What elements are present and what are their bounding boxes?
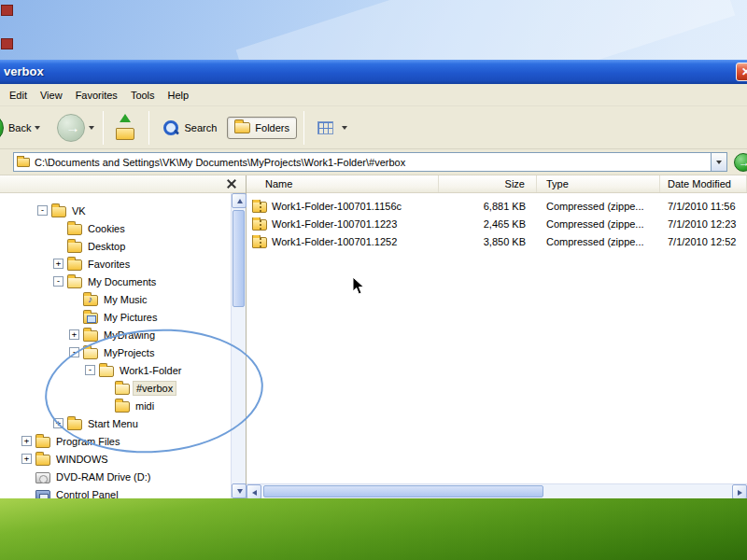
address-path: C:\Documents and Settings\VK\My Document… — [35, 157, 711, 168]
tree-item-my-pictures[interactable]: My Pictures — [0, 308, 231, 326]
views-button[interactable] — [311, 117, 358, 139]
desktop-icon[interactable] — [1, 5, 13, 16]
column-headers: NameSizeTypeDate Modified — [247, 175, 747, 193]
scroll-left-icon[interactable] — [247, 484, 261, 498]
folder-open-icon — [83, 348, 98, 359]
files-horizontal-scrollbar[interactable] — [247, 483, 747, 498]
file-name-cell: Work1-Folder-100701.1156c — [247, 200, 439, 213]
zip-file-icon — [252, 237, 267, 248]
expand-plus-icon[interactable]: + — [53, 418, 63, 428]
tree-item-work1-folder[interactable]: -Work1-Folder — [0, 361, 231, 379]
chevron-down-icon — [716, 161, 722, 164]
tree-item-control-panel[interactable]: Control Panel — [0, 485, 231, 498]
column-header-name[interactable]: Name — [247, 175, 439, 192]
folders-icon — [234, 122, 250, 133]
tree-item-label: MyProjects — [101, 346, 157, 359]
back-button[interactable]: Back — [8, 122, 31, 133]
close-pane-icon[interactable] — [227, 179, 236, 189]
menu-item-favorites[interactable]: Favorites — [69, 86, 124, 105]
back-icon[interactable] — [0, 114, 4, 142]
tree-item-midi[interactable]: midi — [0, 397, 231, 414]
toolbar-separator — [148, 111, 149, 145]
toolbar: Back Search Folders — [0, 106, 747, 149]
tree-item-verbox[interactable]: #verbox — [0, 379, 231, 397]
expand-plus-icon[interactable]: + — [21, 454, 32, 464]
tree-item-favorites[interactable]: +Favorites — [0, 255, 231, 273]
title-bar[interactable]: verbox ✕ — [0, 60, 747, 84]
expand-plus-icon[interactable]: + — [53, 259, 63, 269]
tree-item-label: VK — [69, 204, 89, 217]
views-dropdown-icon — [342, 126, 347, 130]
collapse-minus-icon[interactable]: - — [53, 276, 63, 287]
file-row[interactable]: Work1-Folder-100701.12232,465 KBCompress… — [247, 215, 747, 232]
up-button[interactable] — [110, 112, 142, 144]
tree-item-label: DVD-RAM Drive (D:) — [53, 470, 153, 483]
explorer-window: verbox ✕ EditViewFavoritesToolsHelp Back… — [0, 60, 747, 498]
scroll-down-icon[interactable] — [232, 483, 247, 498]
collapse-minus-icon[interactable]: - — [85, 365, 95, 375]
file-row[interactable]: Work1-Folder-100701.1156c6,881 KBCompres… — [247, 197, 747, 215]
column-header-size[interactable]: Size — [439, 175, 537, 192]
tree-item-dvd-ram-drive-d[interactable]: DVD-RAM Drive (D:) — [0, 468, 231, 485]
tree-item-program-files[interactable]: +Program Files — [0, 432, 231, 450]
folders-button[interactable]: Folders — [227, 117, 297, 139]
tree-item-cookies[interactable]: Cookies — [0, 219, 231, 237]
folder-icon — [67, 242, 82, 253]
tree-item-label: Work1-Folder — [117, 364, 184, 377]
menu-item-help[interactable]: Help — [162, 86, 196, 105]
tree-item-myprojects[interactable]: -MyProjects — [0, 343, 231, 361]
tree-item-label: Favorites — [85, 258, 133, 271]
tree-item-label: midi — [133, 399, 157, 413]
expand-plus-icon[interactable]: + — [21, 436, 32, 446]
tree-item-start-menu[interactable]: +Start Menu — [0, 414, 231, 432]
menu-item-edit[interactable]: Edit — [3, 86, 34, 105]
folders-pane: -VKCookiesDesktop+Favorites-My Documents… — [0, 175, 247, 498]
tree-item-windows[interactable]: +WINDOWS — [0, 450, 231, 468]
file-size: 3,850 KB — [439, 236, 537, 247]
back-dropdown-icon[interactable] — [35, 126, 40, 130]
go-button[interactable] — [734, 153, 747, 172]
scrollbar-thumb[interactable] — [233, 210, 245, 307]
folder-icon — [115, 401, 130, 413]
file-size: 6,881 KB — [439, 201, 537, 212]
address-dropdown-button[interactable] — [711, 153, 726, 171]
scrollbar-thumb[interactable] — [263, 485, 543, 497]
desktop-icon[interactable] — [1, 38, 13, 49]
file-name-cell: Work1-Folder-100701.1223 — [247, 217, 439, 231]
address-input[interactable]: C:\Documents and Settings\VK\My Document… — [13, 152, 727, 172]
forward-dropdown-icon[interactable] — [89, 126, 94, 130]
scroll-right-icon[interactable] — [732, 484, 747, 498]
expand-plus-icon[interactable]: + — [69, 329, 79, 340]
forward-icon[interactable] — [57, 114, 85, 142]
tree-item-vk[interactable]: -VK — [0, 202, 231, 219]
collapse-minus-icon[interactable]: - — [37, 205, 48, 216]
tree-item-label: MyDrawing — [101, 329, 158, 342]
column-header-date-modified[interactable]: Date Modified — [660, 175, 747, 192]
tree-item-label: Cookies — [85, 222, 128, 235]
collapse-minus-icon[interactable]: - — [69, 347, 79, 357]
file-size: 2,465 KB — [439, 218, 537, 230]
folder-open-icon — [67, 277, 82, 288]
folder-open-icon — [115, 384, 130, 395]
menu-bar: EditViewFavoritesToolsHelp — [0, 84, 747, 106]
menu-item-view[interactable]: View — [34, 86, 69, 105]
file-rows: Work1-Folder-100701.1156c6,881 KBCompres… — [247, 193, 747, 250]
folder-tree: -VKCookiesDesktop+Favorites-My Documents… — [0, 193, 231, 498]
control-panel-icon — [35, 490, 50, 499]
file-row[interactable]: Work1-Folder-100701.12523,850 KBCompress… — [247, 232, 747, 250]
column-header-type[interactable]: Type — [537, 175, 660, 192]
tree-item-my-music[interactable]: My Music — [0, 290, 231, 308]
close-button[interactable]: ✕ — [736, 63, 747, 81]
scroll-up-icon[interactable] — [232, 193, 247, 208]
folders-label: Folders — [255, 122, 289, 133]
folder-icon — [51, 206, 66, 217]
file-name-cell: Work1-Folder-100701.1252 — [247, 235, 439, 248]
tree-item-desktop[interactable]: Desktop — [0, 237, 231, 255]
menu-item-tools[interactable]: Tools — [124, 86, 162, 105]
search-button[interactable]: Search — [156, 115, 223, 141]
tree-item-mydrawing[interactable]: +MyDrawing — [0, 326, 231, 343]
folder-icon — [67, 419, 82, 430]
tree-scrollbar[interactable] — [231, 193, 246, 498]
tree-item-my-documents[interactable]: -My Documents — [0, 273, 231, 290]
file-name: Work1-Folder-100701.1252 — [272, 236, 397, 247]
